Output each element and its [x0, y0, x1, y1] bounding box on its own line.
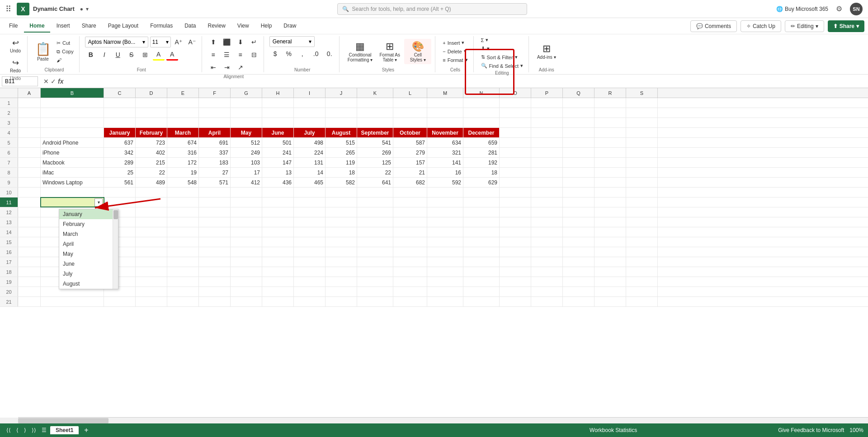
cell-m13[interactable] [427, 217, 463, 227]
cell-m1[interactable] [427, 98, 463, 108]
cell-p8[interactable] [531, 168, 563, 177]
cell-f5[interactable]: 691 [199, 138, 231, 147]
cell-g19[interactable] [231, 277, 262, 287]
cell-b8[interactable]: iMac [41, 168, 104, 177]
cell-k18[interactable] [357, 267, 393, 277]
cell-d2[interactable] [136, 108, 167, 117]
cell-a2[interactable] [18, 108, 41, 117]
cell-d9[interactable]: 489 [136, 178, 167, 187]
cell-o20[interactable] [500, 287, 531, 296]
insert-cells-button[interactable]: + Insert ▾ [441, 39, 469, 47]
cell-p11[interactable] [531, 197, 563, 207]
cell-s11[interactable] [626, 197, 658, 207]
cell-p9[interactable] [531, 178, 563, 187]
cell-j14[interactable] [326, 227, 357, 237]
cell-q15[interactable] [563, 237, 594, 247]
cell-j8[interactable]: 18 [326, 168, 357, 177]
cell-m3[interactable] [427, 118, 463, 127]
cell-h10[interactable] [262, 188, 294, 197]
cell-n7[interactable]: 192 [463, 158, 500, 167]
cell-e4[interactable]: March [167, 128, 199, 137]
sum-button[interactable]: Σ▾ [479, 36, 525, 44]
cell-f16[interactable] [199, 247, 231, 257]
align-bottom-button[interactable]: ⬇ [235, 36, 246, 48]
cell-e2[interactable] [167, 108, 199, 117]
cell-h2[interactable] [262, 108, 294, 117]
cell-n10[interactable] [463, 188, 500, 197]
cell-m9[interactable]: 592 [427, 178, 463, 187]
find-select-button[interactable]: 🔍 Find & Select▾ [479, 62, 525, 70]
increase-font-button[interactable]: A⁺ [173, 36, 184, 48]
cell-r12[interactable] [594, 207, 626, 217]
cell-j3[interactable] [326, 118, 357, 127]
cell-i14[interactable] [294, 227, 326, 237]
cell-c3[interactable] [104, 118, 136, 127]
cell-a13[interactable] [18, 217, 41, 227]
cell-s21[interactable] [626, 297, 658, 306]
first-sheet-button[interactable]: ⟨⟨ [5, 426, 13, 434]
cell-j13[interactable] [326, 217, 357, 227]
italic-button[interactable]: I [99, 49, 110, 61]
cell-h6[interactable]: 241 [262, 148, 294, 157]
cell-h18[interactable] [262, 267, 294, 277]
cell-k11[interactable] [357, 197, 393, 207]
format-as-table-button[interactable]: ⊞ Format AsTable ▾ [376, 39, 403, 64]
cell-k17[interactable] [357, 257, 393, 267]
cell-h13[interactable] [262, 217, 294, 227]
dropdown-item-april[interactable]: April [59, 239, 118, 249]
cell-f15[interactable] [199, 237, 231, 247]
cell-l13[interactable] [393, 217, 427, 227]
cell-b11[interactable]: ▾ [41, 197, 104, 207]
cell-q5[interactable] [563, 138, 594, 147]
catch-up-button[interactable]: ✧ Catch Up [741, 20, 781, 32]
cell-r9[interactable] [594, 178, 626, 187]
cell-n4[interactable]: December [463, 128, 500, 137]
formula-cancel-icon[interactable]: ✕ [43, 78, 49, 85]
paste-button[interactable]: 📋 Paste [33, 40, 53, 63]
cell-f10[interactable] [199, 188, 231, 197]
font-color-button[interactable]: A [166, 49, 178, 61]
cell-d5[interactable]: 723 [136, 138, 167, 147]
cell-f1[interactable] [199, 98, 231, 108]
cell-q16[interactable] [563, 247, 594, 257]
cell-r11[interactable] [594, 197, 626, 207]
cell-j15[interactable] [326, 237, 357, 247]
tab-page-layout[interactable]: Page Layout [103, 20, 144, 33]
cell-d15[interactable] [136, 237, 167, 247]
cell-h8[interactable]: 13 [262, 168, 294, 177]
tab-review[interactable]: Review [203, 20, 231, 33]
cell-e6[interactable]: 316 [167, 148, 199, 157]
cell-a14[interactable] [18, 227, 41, 237]
cell-f13[interactable] [199, 217, 231, 227]
buy-microsoft-button[interactable]: 🌐 Buy Microsoft 365 [776, 6, 828, 12]
cell-k5[interactable]: 541 [357, 138, 393, 147]
cell-j18[interactable] [326, 267, 357, 277]
cell-b7[interactable]: Macbook [41, 158, 104, 167]
cell-r19[interactable] [594, 277, 626, 287]
avatar[interactable]: SN [850, 3, 863, 15]
tab-formulas[interactable]: Formulas [145, 20, 178, 33]
cell-l5[interactable]: 587 [393, 138, 427, 147]
fill-color-button[interactable]: A [153, 49, 165, 61]
cell-q7[interactable] [563, 158, 594, 167]
cell-f9[interactable]: 571 [199, 178, 231, 187]
waffle-icon[interactable]: ⠿ [5, 4, 11, 14]
align-center-button[interactable]: ☰ [221, 49, 233, 61]
cell-e5[interactable]: 674 [167, 138, 199, 147]
col-header-k[interactable]: K [357, 88, 393, 98]
cell-q2[interactable] [563, 108, 594, 117]
cell-c11[interactable] [104, 197, 136, 207]
cell-i6[interactable]: 224 [294, 148, 326, 157]
cell-d13[interactable] [136, 217, 167, 227]
cell-n3[interactable] [463, 118, 500, 127]
cell-a20[interactable] [18, 287, 41, 296]
cell-j12[interactable] [326, 207, 357, 217]
number-format-selector[interactable]: General ▾ [269, 36, 315, 47]
col-header-r[interactable]: R [594, 88, 626, 98]
settings-icon[interactable]: ⚙ [833, 3, 845, 15]
cell-d21[interactable] [136, 297, 167, 306]
undo-button[interactable]: ↩ Undo [7, 36, 24, 55]
sort-filter-button[interactable]: ⇅ Sort & Filter▾ [479, 53, 525, 61]
cell-a6[interactable] [18, 148, 41, 157]
search-box[interactable]: 🔍 Search for tools, help, and more (Alt … [337, 3, 527, 15]
